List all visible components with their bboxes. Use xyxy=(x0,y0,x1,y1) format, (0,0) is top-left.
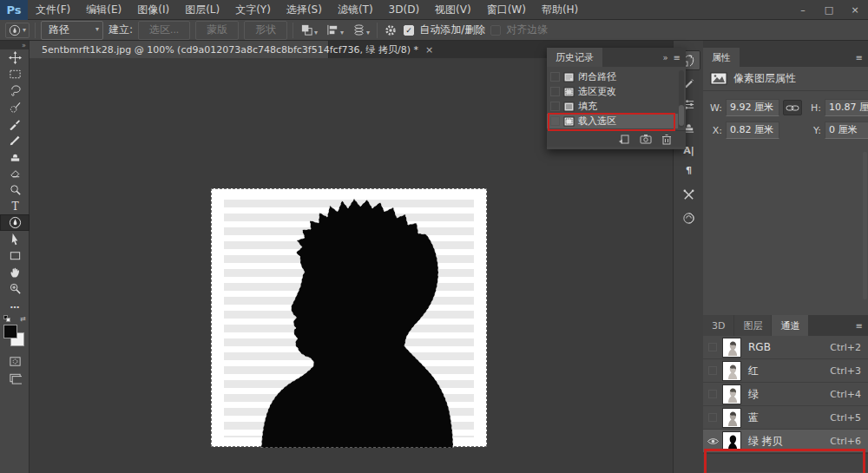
history-tab[interactable]: 历史记录 xyxy=(547,48,602,67)
history-source-well[interactable] xyxy=(550,72,560,82)
make-selection-button[interactable]: 选区... xyxy=(138,21,190,40)
properties-scrollbar[interactable] xyxy=(863,152,867,299)
eyedropper-tool[interactable] xyxy=(0,115,30,132)
minimize-button[interactable]: – xyxy=(790,0,816,20)
panel-menu-icon[interactable]: ≡ xyxy=(856,53,863,62)
menu-edit[interactable]: 编辑(E) xyxy=(78,3,129,17)
path-operations-button[interactable]: ▾ xyxy=(299,23,319,37)
tab-3d[interactable]: 3D xyxy=(703,315,733,336)
snapshot-camera-icon[interactable] xyxy=(640,134,652,144)
y-field[interactable]: 0 厘米 xyxy=(825,122,868,139)
history-scrollbar-thumb[interactable] xyxy=(679,105,684,126)
menu-help[interactable]: 帮助(H) xyxy=(534,3,586,17)
quick-mask-button[interactable] xyxy=(0,353,30,370)
panel-navigator-button[interactable] xyxy=(677,208,700,228)
align-edges-checkbox[interactable] xyxy=(490,25,501,36)
zoom-tool[interactable] xyxy=(0,280,30,297)
canvas-area[interactable]: 历史记录 » ≡ 闭合路径 选区更改 xyxy=(30,58,673,473)
brush-tool[interactable] xyxy=(0,132,30,148)
history-source-well[interactable] xyxy=(550,102,560,111)
menu-view[interactable]: 视图(V) xyxy=(427,3,479,17)
history-item-fill[interactable]: 填充 xyxy=(547,99,678,114)
link-dimensions-button[interactable] xyxy=(783,100,802,115)
eraser-tool[interactable] xyxy=(0,165,30,181)
visibility-cell[interactable] xyxy=(703,413,722,422)
clone-stamp-icon xyxy=(9,150,22,163)
path-alignment-button[interactable]: ▾ xyxy=(325,23,345,37)
menu-window[interactable]: 窗口(W) xyxy=(479,3,534,17)
history-source-well[interactable] xyxy=(550,87,560,96)
channel-thumbnail xyxy=(722,408,741,428)
swap-colors-icon[interactable]: ⇄ xyxy=(20,315,26,323)
visibility-cell[interactable] xyxy=(703,343,722,351)
clone-stamp-tool[interactable] xyxy=(0,148,30,165)
tool-preset-picker[interactable]: ▾ xyxy=(5,23,30,38)
make-mask-button[interactable]: 蒙版 xyxy=(195,21,239,40)
pick-tool-mode-select[interactable]: 路径 ▾ xyxy=(41,21,103,40)
chevron-down-icon: ▾ xyxy=(366,29,370,36)
move-tool[interactable] xyxy=(0,49,30,66)
dodge-tool[interactable] xyxy=(0,181,30,198)
channel-row-rgb[interactable]: RGB Ctrl+2 xyxy=(703,336,868,359)
close-button[interactable]: × xyxy=(842,0,868,20)
visibility-cell[interactable] xyxy=(703,390,722,398)
panel-tool-presets-button[interactable] xyxy=(677,185,700,205)
visibility-cell[interactable] xyxy=(703,366,722,375)
maximize-button[interactable]: □ xyxy=(816,0,842,20)
trash-icon[interactable] xyxy=(661,134,672,145)
menu-type[interactable]: 文字(Y) xyxy=(227,3,279,17)
channel-row-red[interactable]: 红 Ctrl+3 xyxy=(703,359,868,383)
menu-layer[interactable]: 图层(L) xyxy=(177,3,227,17)
history-item-close-path[interactable]: 闭合路径 xyxy=(547,69,678,84)
right-panel-column: 属性 ≡ 像素图层属性 W: 9.92 厘米 H: 10.87 厘米 X: 0.… xyxy=(703,41,868,473)
menu-3d[interactable]: 3D(D) xyxy=(381,3,427,16)
foreground-color-swatch[interactable] xyxy=(3,325,17,338)
menu-image[interactable]: 图像(I) xyxy=(129,3,177,17)
collapse-panel-icon[interactable]: » xyxy=(662,53,667,62)
channel-row-green[interactable]: 绿 Ctrl+4 xyxy=(703,383,868,406)
document-tab[interactable]: 5entbmrft1k28.jpg @ 100% (cd9a012073a8c7… xyxy=(30,41,329,58)
tab-layers[interactable]: 图层 xyxy=(734,315,771,336)
path-selection-tool[interactable] xyxy=(0,231,30,247)
lasso-icon xyxy=(9,84,22,97)
new-document-from-state-icon[interactable] xyxy=(618,134,630,145)
eye-icon xyxy=(707,437,719,445)
properties-tab[interactable]: 属性 xyxy=(703,48,740,67)
auto-add-delete-label: 自动添加/删除 xyxy=(419,23,485,37)
menu-select[interactable]: 选择(S) xyxy=(279,3,330,17)
panel-menu-icon[interactable]: ≡ xyxy=(856,321,863,331)
marquee-tool[interactable] xyxy=(0,66,30,82)
panel-paragraph-button[interactable]: ¶ xyxy=(677,161,700,181)
edit-toolbar-button[interactable]: … xyxy=(0,297,30,313)
x-field[interactable]: 0.82 厘米 xyxy=(726,122,779,139)
panel-menu-icon[interactable]: ≡ xyxy=(674,53,681,62)
pen-tool[interactable] xyxy=(0,214,30,231)
marquee-icon xyxy=(9,68,22,81)
menu-filter[interactable]: 滤镜(T) xyxy=(330,3,381,17)
properties-header: 属性 ≡ xyxy=(703,48,868,67)
default-colors-icon[interactable] xyxy=(3,315,11,323)
hand-tool[interactable] xyxy=(0,264,30,280)
document-image[interactable] xyxy=(211,188,487,447)
lasso-tool[interactable] xyxy=(0,82,30,99)
quick-selection-tool[interactable] xyxy=(0,99,30,115)
height-field[interactable]: 10.87 厘米 xyxy=(825,99,868,116)
menu-file[interactable]: 文件(F) xyxy=(28,3,78,17)
channel-row-blue[interactable]: 蓝 Ctrl+5 xyxy=(703,406,868,430)
tab-close-icon[interactable]: × xyxy=(425,44,433,56)
history-list: 闭合路径 选区更改 填充 载入选区 xyxy=(547,67,686,130)
pen-settings-button[interactable] xyxy=(383,23,398,37)
history-panel: 历史记录 » ≡ 闭合路径 选区更改 xyxy=(547,48,686,149)
make-shape-button[interactable]: 形状 xyxy=(244,21,287,40)
auto-add-delete-checkbox[interactable]: ✓ xyxy=(404,25,414,36)
rectangle-tool[interactable] xyxy=(0,247,30,264)
type-tool[interactable]: T xyxy=(0,198,30,214)
divider xyxy=(377,23,378,38)
screen-mode-button[interactable] xyxy=(0,370,30,386)
history-item-selection-change[interactable]: 选区更改 xyxy=(547,84,678,99)
path-arrangement-button[interactable]: ▾ xyxy=(351,23,372,37)
width-field[interactable]: 9.92 厘米 xyxy=(726,99,779,116)
tab-channels[interactable]: 通道 xyxy=(772,315,808,336)
visibility-cell[interactable] xyxy=(703,437,722,445)
tools-collapse-button[interactable]: » xyxy=(0,41,29,49)
